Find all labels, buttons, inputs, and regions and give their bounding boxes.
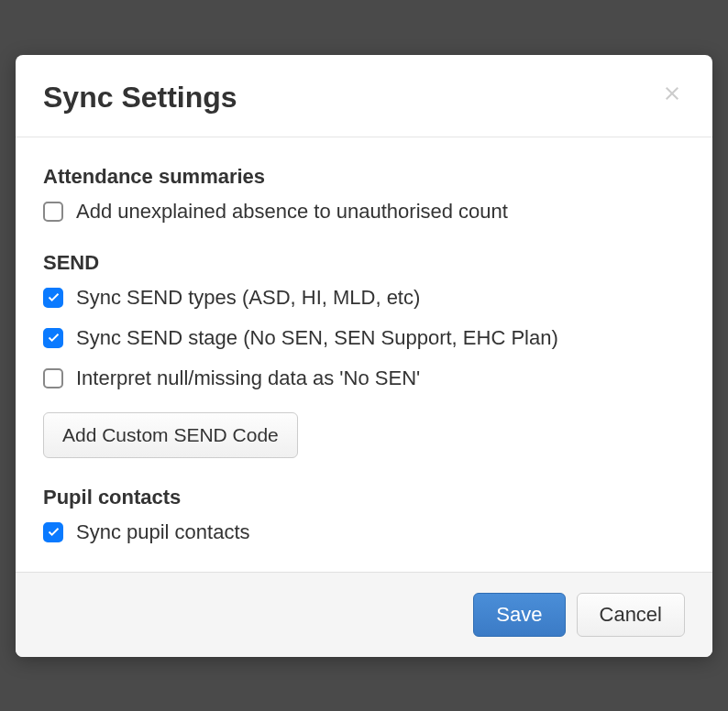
send-section: SEND Sync SEND types (ASD, HI, MLD, etc)… bbox=[43, 251, 685, 458]
cancel-button[interactable]: Cancel bbox=[577, 593, 685, 637]
sync-send-types-checkbox[interactable] bbox=[43, 288, 63, 308]
check-icon bbox=[47, 331, 61, 345]
close-icon bbox=[661, 82, 683, 104]
sync-pupil-contacts-row: Sync pupil contacts bbox=[43, 520, 685, 544]
save-button[interactable]: Save bbox=[473, 593, 565, 637]
modal-body: Attendance summaries Add unexplained abs… bbox=[16, 137, 712, 572]
unexplained-absence-checkbox[interactable] bbox=[43, 202, 63, 222]
sync-send-stage-label: Sync SEND stage (No SEN, SEN Support, EH… bbox=[76, 326, 558, 350]
interpret-null-label: Interpret null/missing data as 'No SEN' bbox=[76, 366, 420, 390]
add-custom-send-code-button[interactable]: Add Custom SEND Code bbox=[43, 412, 298, 458]
pupil-contacts-section: Pupil contacts Sync pupil contacts bbox=[43, 486, 685, 544]
modal-header: Sync Settings bbox=[16, 55, 712, 137]
interpret-null-checkbox[interactable] bbox=[43, 368, 63, 388]
close-button[interactable] bbox=[659, 81, 685, 106]
modal-title: Sync Settings bbox=[43, 81, 237, 115]
sync-pupil-contacts-label: Sync pupil contacts bbox=[76, 520, 250, 544]
unexplained-absence-row: Add unexplained absence to unauthorised … bbox=[43, 200, 685, 224]
check-icon bbox=[47, 290, 61, 304]
sync-pupil-contacts-checkbox[interactable] bbox=[43, 522, 63, 542]
sync-send-stage-checkbox[interactable] bbox=[43, 328, 63, 348]
sync-settings-modal: Sync Settings Attendance summaries Add u… bbox=[16, 55, 712, 657]
interpret-null-row: Interpret null/missing data as 'No SEN' bbox=[43, 366, 685, 390]
sync-send-types-row: Sync SEND types (ASD, HI, MLD, etc) bbox=[43, 286, 685, 310]
unexplained-absence-label: Add unexplained absence to unauthorised … bbox=[76, 200, 508, 224]
attendance-section: Attendance summaries Add unexplained abs… bbox=[43, 165, 685, 224]
sync-send-types-label: Sync SEND types (ASD, HI, MLD, etc) bbox=[76, 286, 420, 310]
pupil-contacts-section-title: Pupil contacts bbox=[43, 486, 685, 509]
modal-footer: Save Cancel bbox=[16, 572, 712, 657]
send-section-title: SEND bbox=[43, 251, 685, 275]
check-icon bbox=[47, 525, 61, 539]
attendance-section-title: Attendance summaries bbox=[43, 165, 685, 189]
sync-send-stage-row: Sync SEND stage (No SEN, SEN Support, EH… bbox=[43, 326, 685, 350]
